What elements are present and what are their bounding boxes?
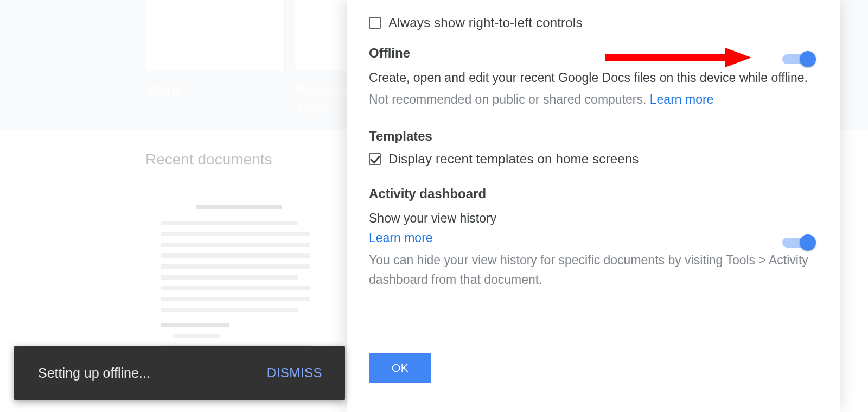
toast-message: Setting up offline... <box>38 365 150 381</box>
activity-sub: Show your view history <box>369 209 819 229</box>
ok-button[interactable]: OK <box>369 353 431 383</box>
toast-dismiss-button[interactable]: DISMISS <box>267 365 322 381</box>
rtl-controls-label: Always show right-to-left controls <box>388 15 583 30</box>
templates-display-checkbox[interactable] <box>369 153 381 165</box>
rtl-controls-checkbox[interactable] <box>369 17 381 29</box>
offline-setup-toast: Setting up offline... DISMISS <box>14 346 345 400</box>
settings-dialog: Always show right-to-left controls Offli… <box>347 0 840 412</box>
offline-warning: Not recommended on public or shared comp… <box>369 90 819 110</box>
activity-note: You can hide your view history for speci… <box>369 251 819 289</box>
offline-learn-more-link[interactable]: Learn more <box>650 92 714 106</box>
templates-display-label: Display recent templates on home screens <box>388 151 639 167</box>
templates-heading: Templates <box>369 129 819 144</box>
offline-heading: Offline <box>369 46 819 61</box>
activity-view-history-toggle[interactable] <box>782 234 816 251</box>
offline-toggle[interactable] <box>782 51 816 67</box>
activity-learn-more-link[interactable]: Learn more <box>369 231 433 245</box>
offline-description: Create, open and edit your recent Google… <box>369 68 819 88</box>
offline-warning-text: Not recommended on public or shared comp… <box>369 92 650 106</box>
activity-heading: Activity dashboard <box>369 186 819 201</box>
